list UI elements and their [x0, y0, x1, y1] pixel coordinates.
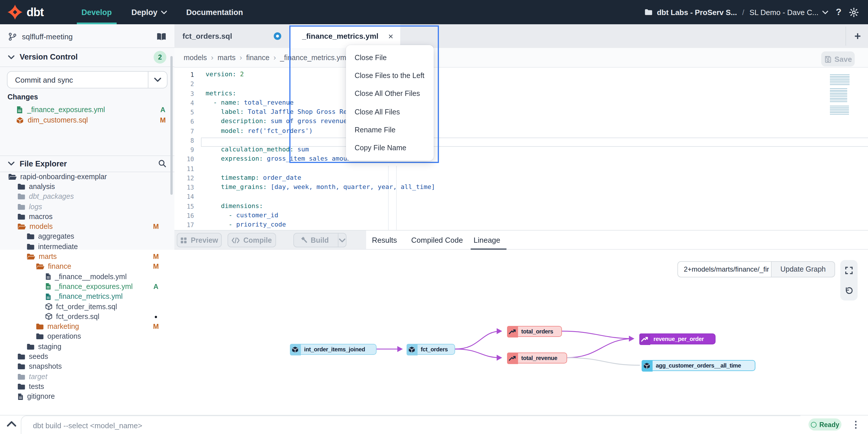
- menu-item-close-file[interactable]: Close File: [346, 49, 434, 67]
- menu-item-copy-name[interactable]: Copy File Name: [346, 139, 434, 157]
- menu-item-rename[interactable]: Rename File: [346, 121, 434, 139]
- changed-file-row[interactable]: dim_customers.sql M: [0, 115, 175, 125]
- folder-icon: [645, 9, 653, 16]
- tree-item[interactable]: logs: [0, 202, 175, 212]
- tree-item[interactable]: models M: [0, 222, 175, 232]
- code-line: 13 time_grains: [day, week, month, quart…: [175, 183, 868, 192]
- build-button[interactable]: Build: [293, 233, 346, 247]
- tree-item[interactable]: rapid-onboarding-exemplar: [0, 172, 175, 182]
- status-badge: Ready: [808, 418, 841, 431]
- fullscreen-icon[interactable]: [845, 266, 853, 274]
- dbt-cloud-ide: dbt Develop Deploy Documentation dbt Lab…: [0, 0, 868, 434]
- lineage-node-model[interactable]: fct_orders: [407, 344, 455, 355]
- preview-grid-icon: [181, 237, 187, 243]
- nav-develop[interactable]: Develop: [82, 0, 112, 24]
- tree-item[interactable]: dbt_packages: [0, 192, 175, 202]
- tab-context-menu: Close File Close Files to the Left Close…: [346, 45, 434, 161]
- settings-gear-icon[interactable]: [849, 7, 859, 17]
- top-navbar: dbt Develop Deploy Documentation dbt Lab…: [0, 0, 868, 24]
- build-button-main[interactable]: Build: [294, 236, 335, 244]
- folder-icon: [36, 323, 44, 330]
- lineage-node-model[interactable]: int_order_items_joined: [290, 344, 376, 355]
- lineage-filter-input[interactable]: 2+models/marts/finance/_fir: [677, 261, 772, 278]
- tree-item[interactable]: analysis: [0, 182, 175, 192]
- code-line: 1version: 2: [175, 70, 868, 80]
- tree-item[interactable]: aggregates: [0, 232, 175, 242]
- code-line: 12 timestamp: order_date: [175, 173, 868, 183]
- folder-open-icon: [36, 263, 44, 270]
- unsaved-changes-dot: [274, 32, 281, 40]
- help-button[interactable]: ?: [836, 7, 841, 17]
- build-options-dropdown[interactable]: [338, 233, 346, 247]
- lineage-node-metric[interactable]: total_orders: [507, 326, 562, 337]
- results-toolbar: Preview Compile Build Results Compiled C…: [175, 230, 868, 250]
- close-tab-icon[interactable]: ×: [388, 32, 393, 40]
- model-cube-icon: [45, 303, 53, 310]
- breadcrumb-item[interactable]: models: [184, 54, 207, 62]
- lineage-node-derived-metric[interactable]: revenue_per_order: [639, 334, 716, 344]
- chevron-down-icon: [8, 55, 14, 59]
- chevron-down-icon: [339, 238, 345, 242]
- git-branch-row[interactable]: sqlfluff-meeting: [0, 25, 175, 48]
- tab-results[interactable]: Results: [372, 231, 397, 250]
- file-icon: [17, 393, 24, 400]
- yaml-file-icon: [16, 106, 23, 114]
- changed-file-name: dim_customers.sql: [28, 116, 158, 124]
- breadcrumb-item[interactable]: marts: [217, 54, 236, 62]
- commit-options-dropdown[interactable]: [148, 72, 167, 88]
- chevron-down-icon: [8, 161, 14, 166]
- kebab-menu-icon[interactable]: ⋮: [851, 417, 861, 432]
- chevron-up-icon[interactable]: [7, 421, 16, 427]
- tab-finance-metrics-active[interactable]: _finance_metrics.yml ×: [290, 24, 400, 48]
- folder-icon: [17, 383, 25, 390]
- changes-count-badge: 2: [154, 51, 166, 63]
- file-explorer-header[interactable]: File Explorer: [0, 155, 175, 172]
- docs-book-icon[interactable]: [156, 32, 166, 41]
- new-tab-button[interactable]: +: [850, 29, 865, 44]
- metric-trend-icon: [639, 333, 650, 345]
- tree-scrollbar[interactable]: [170, 56, 173, 195]
- folder-open-icon: [17, 223, 26, 230]
- folder-icon: [17, 353, 25, 360]
- commit-and-sync-button[interactable]: Commit and sync: [7, 71, 167, 88]
- menu-item-close-others[interactable]: Close All Other Files: [346, 85, 434, 103]
- dbt-logo[interactable]: dbt: [0, 5, 65, 20]
- save-button[interactable]: Save: [821, 52, 855, 66]
- search-icon[interactable]: [158, 160, 166, 168]
- update-graph-button[interactable]: Update Graph: [772, 261, 835, 278]
- changed-file-row[interactable]: _finance_exposures.yml A: [0, 105, 175, 115]
- nav-deploy[interactable]: Deploy: [131, 0, 166, 24]
- nav-documentation[interactable]: Documentation: [186, 0, 243, 24]
- project-name: dbt Labs - ProServ S...: [657, 8, 737, 17]
- folder-icon: [27, 243, 35, 250]
- build-hammer-icon: [300, 236, 307, 244]
- code-line: 16 - customer_id: [175, 211, 868, 221]
- yaml-file-icon: [45, 293, 52, 300]
- project-separator: /: [741, 8, 745, 17]
- breadcrumb-item[interactable]: _finance_metrics.yml: [280, 54, 348, 62]
- code-line: 15 dimensions:: [175, 201, 868, 211]
- breadcrumb-separator: ›: [211, 53, 214, 62]
- folder-icon: [17, 213, 25, 220]
- preview-button[interactable]: Preview: [177, 233, 222, 247]
- tree-item[interactable]: macros: [0, 211, 175, 222]
- code-line: 3metrics:: [175, 89, 868, 98]
- git-status-badge: M: [151, 322, 160, 330]
- dbt-logo-icon: [7, 5, 23, 20]
- lineage-node-metric[interactable]: total_revenue: [507, 352, 567, 364]
- tab-lineage-active[interactable]: Lineage: [473, 231, 500, 250]
- tab-fct-orders[interactable]: fct_orders.sql: [175, 24, 289, 48]
- compile-button[interactable]: Compile: [227, 233, 276, 247]
- lineage-node-model[interactable]: agg_customer_orders__all_time: [642, 360, 755, 371]
- menu-item-close-all[interactable]: Close All Files: [346, 103, 434, 121]
- git-status-badge: M: [151, 223, 160, 231]
- menu-item-close-left[interactable]: Close Files to the Left: [346, 67, 434, 85]
- code-editor[interactable]: 1version: 2 2 3metrics: 4 - name: total_…: [175, 68, 868, 230]
- reset-view-icon[interactable]: [845, 286, 853, 294]
- tab-compiled-code[interactable]: Compiled Code: [411, 231, 463, 250]
- breadcrumb-item[interactable]: finance: [246, 54, 270, 62]
- command-input[interactable]: dbt build --select <model_name>: [21, 415, 800, 434]
- version-control-header[interactable]: Version Control 2: [0, 48, 175, 66]
- code-line: 10 expression: gross_item_sales_amount: [175, 154, 868, 164]
- project-switcher[interactable]: dbt Labs - ProServ S... / SL Demo - Dave…: [645, 8, 829, 17]
